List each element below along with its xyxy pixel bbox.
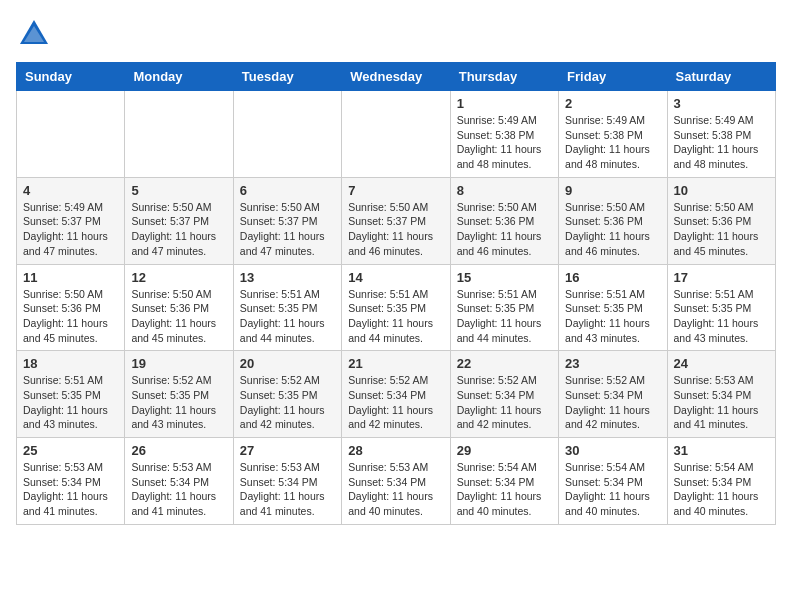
weekday-header-sunday: Sunday (17, 63, 125, 91)
day-cell: 7Sunrise: 5:50 AM Sunset: 5:37 PM Daylig… (342, 177, 450, 264)
page-header (16, 16, 776, 52)
day-info: Sunrise: 5:52 AM Sunset: 5:34 PM Dayligh… (565, 373, 660, 432)
day-number: 3 (674, 96, 769, 111)
day-cell: 5Sunrise: 5:50 AM Sunset: 5:37 PM Daylig… (125, 177, 233, 264)
day-cell: 13Sunrise: 5:51 AM Sunset: 5:35 PM Dayli… (233, 264, 341, 351)
day-number: 16 (565, 270, 660, 285)
day-info: Sunrise: 5:50 AM Sunset: 5:37 PM Dayligh… (240, 200, 335, 259)
day-info: Sunrise: 5:50 AM Sunset: 5:36 PM Dayligh… (565, 200, 660, 259)
day-number: 21 (348, 356, 443, 371)
day-cell: 10Sunrise: 5:50 AM Sunset: 5:36 PM Dayli… (667, 177, 775, 264)
week-row-3: 11Sunrise: 5:50 AM Sunset: 5:36 PM Dayli… (17, 264, 776, 351)
day-cell (233, 91, 341, 178)
day-number: 26 (131, 443, 226, 458)
day-cell: 28Sunrise: 5:53 AM Sunset: 5:34 PM Dayli… (342, 438, 450, 525)
day-number: 1 (457, 96, 552, 111)
day-number: 29 (457, 443, 552, 458)
day-number: 14 (348, 270, 443, 285)
day-info: Sunrise: 5:50 AM Sunset: 5:36 PM Dayligh… (131, 287, 226, 346)
day-cell: 12Sunrise: 5:50 AM Sunset: 5:36 PM Dayli… (125, 264, 233, 351)
logo (16, 16, 58, 52)
day-info: Sunrise: 5:49 AM Sunset: 5:37 PM Dayligh… (23, 200, 118, 259)
logo-icon (16, 16, 52, 52)
day-number: 27 (240, 443, 335, 458)
weekday-header-friday: Friday (559, 63, 667, 91)
day-number: 19 (131, 356, 226, 371)
day-cell (125, 91, 233, 178)
day-number: 31 (674, 443, 769, 458)
weekday-header-tuesday: Tuesday (233, 63, 341, 91)
day-cell: 24Sunrise: 5:53 AM Sunset: 5:34 PM Dayli… (667, 351, 775, 438)
day-info: Sunrise: 5:52 AM Sunset: 5:35 PM Dayligh… (131, 373, 226, 432)
day-info: Sunrise: 5:53 AM Sunset: 5:34 PM Dayligh… (131, 460, 226, 519)
day-number: 24 (674, 356, 769, 371)
day-number: 25 (23, 443, 118, 458)
day-cell: 17Sunrise: 5:51 AM Sunset: 5:35 PM Dayli… (667, 264, 775, 351)
day-cell: 20Sunrise: 5:52 AM Sunset: 5:35 PM Dayli… (233, 351, 341, 438)
day-info: Sunrise: 5:51 AM Sunset: 5:35 PM Dayligh… (565, 287, 660, 346)
day-number: 2 (565, 96, 660, 111)
day-cell: 26Sunrise: 5:53 AM Sunset: 5:34 PM Dayli… (125, 438, 233, 525)
day-info: Sunrise: 5:51 AM Sunset: 5:35 PM Dayligh… (23, 373, 118, 432)
week-row-4: 18Sunrise: 5:51 AM Sunset: 5:35 PM Dayli… (17, 351, 776, 438)
day-info: Sunrise: 5:53 AM Sunset: 5:34 PM Dayligh… (674, 373, 769, 432)
week-row-2: 4Sunrise: 5:49 AM Sunset: 5:37 PM Daylig… (17, 177, 776, 264)
calendar-table: SundayMondayTuesdayWednesdayThursdayFrid… (16, 62, 776, 525)
day-cell: 9Sunrise: 5:50 AM Sunset: 5:36 PM Daylig… (559, 177, 667, 264)
day-cell: 16Sunrise: 5:51 AM Sunset: 5:35 PM Dayli… (559, 264, 667, 351)
day-info: Sunrise: 5:51 AM Sunset: 5:35 PM Dayligh… (457, 287, 552, 346)
day-info: Sunrise: 5:53 AM Sunset: 5:34 PM Dayligh… (348, 460, 443, 519)
day-info: Sunrise: 5:51 AM Sunset: 5:35 PM Dayligh… (240, 287, 335, 346)
day-number: 23 (565, 356, 660, 371)
weekday-header-wednesday: Wednesday (342, 63, 450, 91)
day-cell (17, 91, 125, 178)
day-info: Sunrise: 5:49 AM Sunset: 5:38 PM Dayligh… (457, 113, 552, 172)
day-number: 9 (565, 183, 660, 198)
day-info: Sunrise: 5:53 AM Sunset: 5:34 PM Dayligh… (240, 460, 335, 519)
day-number: 15 (457, 270, 552, 285)
day-cell: 25Sunrise: 5:53 AM Sunset: 5:34 PM Dayli… (17, 438, 125, 525)
day-info: Sunrise: 5:52 AM Sunset: 5:34 PM Dayligh… (348, 373, 443, 432)
day-info: Sunrise: 5:49 AM Sunset: 5:38 PM Dayligh… (565, 113, 660, 172)
day-info: Sunrise: 5:51 AM Sunset: 5:35 PM Dayligh… (348, 287, 443, 346)
day-cell: 2Sunrise: 5:49 AM Sunset: 5:38 PM Daylig… (559, 91, 667, 178)
week-row-1: 1Sunrise: 5:49 AM Sunset: 5:38 PM Daylig… (17, 91, 776, 178)
day-info: Sunrise: 5:52 AM Sunset: 5:34 PM Dayligh… (457, 373, 552, 432)
day-cell: 21Sunrise: 5:52 AM Sunset: 5:34 PM Dayli… (342, 351, 450, 438)
day-info: Sunrise: 5:50 AM Sunset: 5:36 PM Dayligh… (457, 200, 552, 259)
day-cell: 23Sunrise: 5:52 AM Sunset: 5:34 PM Dayli… (559, 351, 667, 438)
day-cell: 31Sunrise: 5:54 AM Sunset: 5:34 PM Dayli… (667, 438, 775, 525)
day-cell: 29Sunrise: 5:54 AM Sunset: 5:34 PM Dayli… (450, 438, 558, 525)
day-cell: 15Sunrise: 5:51 AM Sunset: 5:35 PM Dayli… (450, 264, 558, 351)
day-info: Sunrise: 5:50 AM Sunset: 5:37 PM Dayligh… (348, 200, 443, 259)
day-cell: 18Sunrise: 5:51 AM Sunset: 5:35 PM Dayli… (17, 351, 125, 438)
day-info: Sunrise: 5:49 AM Sunset: 5:38 PM Dayligh… (674, 113, 769, 172)
day-number: 17 (674, 270, 769, 285)
day-cell: 4Sunrise: 5:49 AM Sunset: 5:37 PM Daylig… (17, 177, 125, 264)
day-number: 7 (348, 183, 443, 198)
day-number: 5 (131, 183, 226, 198)
day-info: Sunrise: 5:50 AM Sunset: 5:36 PM Dayligh… (674, 200, 769, 259)
day-cell (342, 91, 450, 178)
day-number: 28 (348, 443, 443, 458)
day-number: 12 (131, 270, 226, 285)
day-number: 20 (240, 356, 335, 371)
day-cell: 3Sunrise: 5:49 AM Sunset: 5:38 PM Daylig… (667, 91, 775, 178)
day-info: Sunrise: 5:50 AM Sunset: 5:36 PM Dayligh… (23, 287, 118, 346)
weekday-header-saturday: Saturday (667, 63, 775, 91)
day-number: 8 (457, 183, 552, 198)
day-info: Sunrise: 5:51 AM Sunset: 5:35 PM Dayligh… (674, 287, 769, 346)
day-number: 4 (23, 183, 118, 198)
weekday-header-thursday: Thursday (450, 63, 558, 91)
day-cell: 27Sunrise: 5:53 AM Sunset: 5:34 PM Dayli… (233, 438, 341, 525)
day-number: 13 (240, 270, 335, 285)
day-number: 10 (674, 183, 769, 198)
day-number: 6 (240, 183, 335, 198)
day-cell: 1Sunrise: 5:49 AM Sunset: 5:38 PM Daylig… (450, 91, 558, 178)
day-number: 22 (457, 356, 552, 371)
day-number: 18 (23, 356, 118, 371)
day-cell: 6Sunrise: 5:50 AM Sunset: 5:37 PM Daylig… (233, 177, 341, 264)
day-number: 11 (23, 270, 118, 285)
day-cell: 22Sunrise: 5:52 AM Sunset: 5:34 PM Dayli… (450, 351, 558, 438)
day-number: 30 (565, 443, 660, 458)
